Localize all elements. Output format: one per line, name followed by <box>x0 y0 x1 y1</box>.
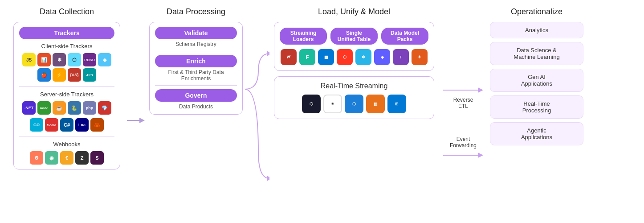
agentic-item: AgenticApplications <box>490 122 583 145</box>
data-collection-header: Data Collection <box>40 7 94 17</box>
rust-icon: 🦀 <box>90 118 104 132</box>
load-unify-header: Load, Unify & Model <box>318 7 390 17</box>
processing-box: Validate Schema Registry Enrich First & … <box>149 22 243 115</box>
eventhubs-icon: ⊞ <box>387 95 406 113</box>
kinesis-icon: ▤ <box>366 95 385 113</box>
event-forwarding-block <box>443 149 483 162</box>
operationalize-column: Operationalize Analytics Data Science &M… <box>488 7 586 216</box>
spark-icon: ✳ <box>412 49 428 65</box>
zapier-icon: Z <box>75 151 89 165</box>
client-side-label: Client-side Trackers <box>19 43 114 50</box>
roku-icon: ROKU <box>83 53 96 66</box>
php-icon: php <box>83 101 96 115</box>
data-collection-column: Data Collection Trackers Client-side Tra… <box>9 7 125 216</box>
snowflake-icon: ❄ <box>355 49 371 65</box>
govern-pill: Govern <box>155 89 237 102</box>
lua-icon: Lua <box>75 118 89 132</box>
pill-row: StreamingLoaders SingleUnified Table Dat… <box>280 28 428 45</box>
event-forwarding-arrow <box>443 149 483 162</box>
arrow-collection-to-processing <box>125 98 147 125</box>
kafka-icon: 🗲 <box>281 49 297 65</box>
load-inner: StreamingLoaders SingleUnified Table Dat… <box>274 22 434 119</box>
fivetran-icon: F <box>299 49 315 65</box>
operationalize-box: Analytics Data Science &Machine Learning… <box>490 22 583 145</box>
json-icon: {AS} <box>68 68 81 82</box>
realtime-processing-item: Real-TimeProcessing <box>490 95 583 119</box>
split-arrows <box>245 27 269 196</box>
server-side-icons-row2: GO Scala C# Lua 🦀 <box>19 118 114 132</box>
node-icon: node <box>37 101 51 115</box>
python-icon: 🐍 <box>68 101 81 115</box>
go-icon: GO <box>30 118 43 132</box>
etl-section: ReverseETL EventForwarding <box>439 61 488 162</box>
hubspot-icon: ⚙ <box>30 151 43 165</box>
gen-ai-item: Gen AIApplications <box>490 69 583 92</box>
dotnet-icon: .NET <box>22 101 36 115</box>
reverse-etl-arrow <box>443 83 483 97</box>
reverse-etl-block <box>443 83 483 97</box>
data-science-item: Data Science &Machine Learning <box>490 42 583 65</box>
streaming-loaders-pill: StreamingLoaders <box>280 28 327 45</box>
loader-logos: 🗲 F ▦ ⬡ ❄ ◈ T ✳ <box>280 49 428 65</box>
validate-desc: Schema Registry <box>155 41 237 47</box>
event-forwarding-label: EventForwarding <box>450 136 477 149</box>
govern-section: Govern Data Products <box>155 89 237 110</box>
validate-section: Validate Schema Registry <box>155 27 237 47</box>
databricks-icon: ⬡ <box>337 49 353 65</box>
ios-icon: 🍎 <box>37 68 51 82</box>
flutter-icon: ◈ <box>98 53 111 66</box>
js-icon: JS <box>22 53 36 66</box>
load-unify-column: Load, Unify & Model StreamingLoaders Sin… <box>269 7 439 216</box>
streaming-logos: ⬡ ✴ ⬡ ▤ ⊞ <box>280 95 428 113</box>
enrich-section: Enrich First & Third Party Data Enrichme… <box>155 55 237 82</box>
gold-icon: € <box>60 151 73 165</box>
webhook-icons: ⚙ ◉ € Z S <box>19 151 114 165</box>
data-processing-column: Data Processing Validate Schema Registry… <box>147 7 245 216</box>
server-side-label: Server-side Trackers <box>19 91 114 98</box>
single-unified-pill: SingleUnified Table <box>330 28 378 45</box>
scala-icon: Scala <box>45 118 58 132</box>
streaming-box: Real-Time Streaming ⬡ ✴ ⬡ ▤ ⊞ <box>274 76 434 119</box>
right-arrow-svg <box>127 116 145 125</box>
data-processing-header: Data Processing <box>167 7 225 17</box>
pulsar-icon: ✴ <box>323 95 342 113</box>
trackers-pill: Trackers <box>19 27 114 39</box>
client-side-icons: JS 📊 ❄ ⬡ ROKU ◈ 🍎 ⚡ {AS} ARD <box>19 53 114 82</box>
split-arrow-svg <box>245 45 269 196</box>
cpp-icon: C# <box>60 118 73 132</box>
operationalize-header: Operationalize <box>511 7 562 17</box>
slack-icon: S <box>90 151 104 165</box>
unified-table-box: StreamingLoaders SingleUnified Table Dat… <box>274 22 434 71</box>
bolt-icon: ⚡ <box>53 68 66 82</box>
analytics-icon: 📊 <box>37 53 51 66</box>
segment-icon: ◉ <box>45 151 58 165</box>
govern-desc: Data Products <box>155 103 237 110</box>
ruby-icon: 💎 <box>98 101 111 115</box>
terraform-icon: T <box>393 49 409 65</box>
kafka2-icon: ⬡ <box>302 95 321 113</box>
webhooks-label: Webhooks <box>19 141 114 148</box>
server-side-icons-row1: .NET node ☕ 🐍 php 💎 <box>19 101 114 115</box>
reverse-etl-label: ReverseETL <box>453 97 473 109</box>
diagram-container: Data Collection Trackers Client-side Tra… <box>0 0 644 223</box>
snowplow-icon: ❄ <box>53 53 66 66</box>
java-icon: ☕ <box>53 101 66 115</box>
data-model-packs-pill: Data ModelPacks <box>381 28 428 45</box>
analytics-item: Analytics <box>490 22 583 38</box>
arduino-icon: ARD <box>83 68 96 82</box>
react-icon: ⬡ <box>68 53 81 66</box>
collection-box: Trackers Client-side Trackers JS 📊 ❄ ⬡ R… <box>13 22 120 169</box>
streaming-title: Real-Time Streaming <box>280 82 428 90</box>
airbyte-icon: ◈ <box>374 49 390 65</box>
enrich-desc: First & Third Party Data Enrichments <box>155 69 237 82</box>
hex-icon: ⬡ <box>345 95 363 113</box>
azure-icon: ▦ <box>318 49 334 65</box>
validate-pill: Validate <box>155 27 237 39</box>
enrich-pill: Enrich <box>155 55 237 67</box>
